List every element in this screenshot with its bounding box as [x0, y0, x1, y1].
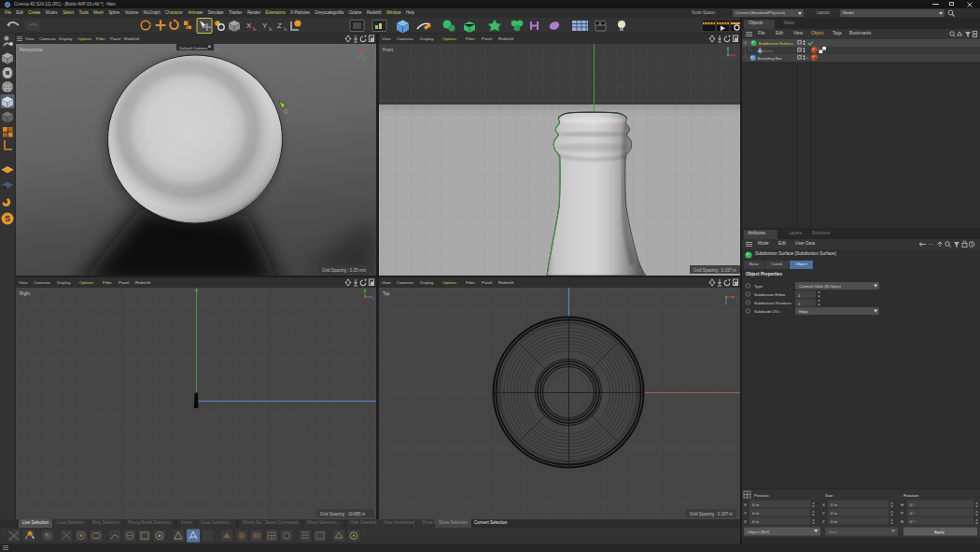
svg-text:Size: Size [825, 493, 833, 498]
svg-text:B: B [901, 519, 903, 524]
svg-text:P: P [901, 511, 903, 516]
svg-text:0 °: 0 ° [910, 519, 916, 524]
svg-text:Top: Top [383, 291, 390, 296]
svg-text:0 in: 0 in [831, 502, 838, 507]
svg-text:Bounding Box: Bounding Box [758, 56, 783, 61]
svg-text:Bottle: Bottle [763, 49, 774, 53]
svg-text:Rotation: Rotation [903, 493, 919, 498]
svg-text:Y: Y [262, 21, 268, 30]
svg-text:0 in: 0 in [752, 502, 760, 507]
svg-text:Type: Type [754, 284, 763, 289]
svg-text:Subdivision Editor: Subdivision Editor [754, 292, 786, 297]
svg-text:0 in: 0 in [831, 511, 838, 516]
svg-text:Perspective: Perspective [20, 48, 43, 52]
svg-text:Grid Spacing : 0.197 in: Grid Spacing : 0.197 in [693, 268, 736, 273]
svg-text:Subdivide UVs: Subdivide UVs [754, 309, 780, 314]
svg-text:Front: Front [383, 48, 394, 52]
svg-text:X: X [744, 502, 747, 507]
svg-text:Right: Right [20, 291, 31, 296]
svg-text:Y: Y [744, 511, 747, 516]
svg-text:Size: Size [829, 530, 837, 534]
svg-text:Grid Spacing : 0.25 mm: Grid Spacing : 0.25 mm [322, 268, 367, 273]
svg-text:0 in: 0 in [752, 519, 760, 524]
svg-text:0 in: 0 in [831, 519, 838, 524]
svg-text:Apply: Apply [934, 530, 945, 534]
svg-text:Z: Z [744, 519, 747, 524]
svg-text:Grid Spacing : 19.685 in: Grid Spacing : 19.685 in [320, 512, 366, 517]
svg-text:Subdivision Renderer: Subdivision Renderer [754, 301, 792, 305]
svg-text:0 °: 0 ° [910, 502, 916, 507]
svg-text:Default Camera: Default Camera [179, 46, 208, 50]
svg-text:Grid Spacing : 0.197 in: Grid Spacing : 0.197 in [690, 512, 733, 517]
svg-text:Z: Z [822, 519, 825, 524]
svg-text:Edge: Edge [799, 309, 809, 314]
svg-text:X: X [822, 502, 825, 507]
svg-text:0 in: 0 in [752, 511, 760, 516]
svg-text:S: S [5, 214, 10, 223]
svg-text:Catmull-Clark (N-Gons): Catmull-Clark (N-Gons) [799, 284, 841, 289]
svg-text:Y: Y [822, 511, 825, 516]
svg-text:z: z [372, 296, 374, 301]
svg-text:x: x [735, 296, 737, 301]
svg-text:0 °: 0 ° [910, 511, 916, 516]
svg-text:H: H [901, 502, 903, 507]
svg-text:Object (Rel): Object (Rel) [748, 530, 770, 534]
svg-text:Z: Z [277, 21, 282, 30]
svg-text:Subdivision Surface: Subdivision Surface [759, 41, 794, 46]
svg-text:Position: Position [754, 493, 769, 498]
svg-text:X: X [246, 21, 252, 30]
